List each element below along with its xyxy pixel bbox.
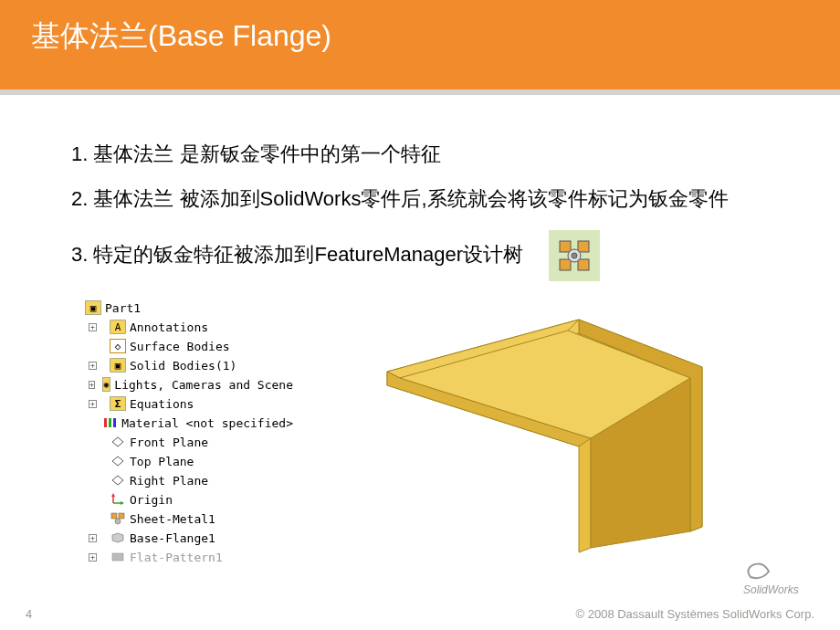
tree-item: ◇ Surface Bodies xyxy=(85,337,293,356)
equations-icon: Σ xyxy=(110,396,126,411)
tree-item: Top Plane xyxy=(85,452,293,471)
tree-item: + A Annotations xyxy=(85,318,293,337)
page-number: 4 xyxy=(26,607,32,621)
svg-rect-6 xyxy=(104,418,107,427)
tree-root-label: Part1 xyxy=(105,301,141,315)
expand-icon: + xyxy=(89,553,97,562)
tree-label: Material <not specified> xyxy=(121,416,293,430)
lights-icon: ✺ xyxy=(102,377,111,392)
slide-header: 基体法兰(Base Flange) xyxy=(0,0,840,89)
solid-icon: ▣ xyxy=(110,358,126,373)
svg-rect-16 xyxy=(112,553,123,561)
svg-point-5 xyxy=(572,253,577,258)
lower-section: ▣ Part1 + A Annotations ◇ Surface Bodies… xyxy=(71,294,769,572)
tree-label: Surface Bodies xyxy=(130,340,230,353)
origin-icon xyxy=(110,492,126,507)
svg-rect-3 xyxy=(578,259,589,270)
tree-label: Right Plane xyxy=(130,474,208,488)
footer: 4 © 2008 Dassault Systèmes SolidWorks Co… xyxy=(0,607,840,621)
tree-label: Flat-Pattern1 xyxy=(130,551,223,564)
point-3-row: 3. 特定的钣金特征被添加到FeatureManager设计树 xyxy=(71,230,769,281)
part-icon: ▣ xyxy=(85,300,101,315)
material-icon xyxy=(103,415,118,430)
svg-rect-8 xyxy=(113,418,116,427)
expand-icon: + xyxy=(89,323,97,331)
sheet-metal-model xyxy=(332,303,725,568)
tree-item: Sheet-Metal1 xyxy=(85,509,293,529)
svg-marker-11 xyxy=(111,493,115,497)
sheet-metal-icon xyxy=(549,230,600,281)
svg-rect-7 xyxy=(109,418,111,427)
point-1: 1. 基体法兰 是新钣金零件中的第一个特征 xyxy=(71,141,769,169)
plane-icon xyxy=(110,473,126,488)
copyright: © 2008 Dassault Systèmes SolidWorks Corp… xyxy=(576,607,815,621)
expand-icon: + xyxy=(89,400,97,408)
tree-item: + Σ Equations xyxy=(85,394,293,414)
slide-title: 基体法兰(Base Flange) xyxy=(31,16,840,57)
tree-label: Annotations xyxy=(130,320,208,334)
feature-tree: ▣ Part1 + A Annotations ◇ Surface Bodies… xyxy=(82,294,296,572)
tree-label: Top Plane xyxy=(130,455,194,468)
tree-label: Lights, Cameras and Scene xyxy=(114,378,293,392)
svg-rect-0 xyxy=(560,241,571,252)
flatpattern-icon xyxy=(110,550,126,564)
svg-point-15 xyxy=(115,519,121,524)
tree-label: Solid Bodies(1) xyxy=(130,359,236,373)
plane-icon xyxy=(110,435,126,449)
svg-text:SolidWorks: SolidWorks xyxy=(743,583,799,596)
tree-label: Sheet-Metal1 xyxy=(130,512,215,526)
svg-rect-13 xyxy=(111,513,117,519)
point-2: 2. 基体法兰 被添加到SolidWorks零件后,系统就会将该零件标记为钣金零… xyxy=(71,185,769,214)
slide-content: 1. 基体法兰 是新钣金零件中的第一个特征 2. 基体法兰 被添加到SolidW… xyxy=(0,95,840,572)
svg-rect-14 xyxy=(119,513,124,519)
point-3: 3. 特定的钣金特征被添加到FeatureManager设计树 xyxy=(71,241,523,269)
tree-label: Front Plane xyxy=(130,436,208,449)
folder-icon: A xyxy=(110,320,126,334)
expand-icon: + xyxy=(89,362,97,370)
tree-label: Origin xyxy=(130,493,173,507)
tree-item: Right Plane xyxy=(85,471,293,490)
expand-icon: + xyxy=(89,534,97,542)
tree-item: + ✺ Lights, Cameras and Scene xyxy=(85,375,293,394)
expand-icon: + xyxy=(89,381,95,389)
tree-item: + Flat-Pattern1 xyxy=(85,548,293,567)
plane-icon xyxy=(110,454,126,468)
svg-marker-12 xyxy=(121,501,124,505)
tree-item: + Base-Flange1 xyxy=(85,529,293,548)
tree-root: ▣ Part1 xyxy=(85,299,293,318)
tree-label: Base-Flange1 xyxy=(130,531,215,545)
tree-item: Front Plane xyxy=(85,433,293,452)
svg-rect-1 xyxy=(578,241,589,252)
surface-icon: ◇ xyxy=(110,339,126,353)
tree-item: Material <not specified> xyxy=(85,414,293,433)
baseflange-icon xyxy=(110,530,126,545)
solidworks-logo: SolidWorks xyxy=(743,561,825,601)
tree-item: + ▣ Solid Bodies(1) xyxy=(85,356,293,375)
sheetmetal-icon xyxy=(110,511,126,526)
tree-label: Equations xyxy=(130,397,194,411)
tree-item: Origin xyxy=(85,490,293,509)
svg-rect-2 xyxy=(560,259,571,270)
